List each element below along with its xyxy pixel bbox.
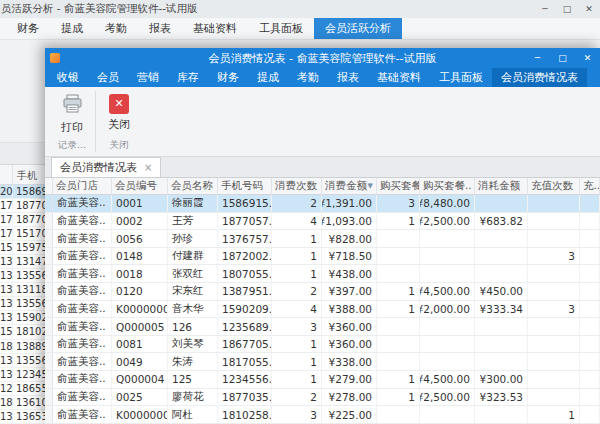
table-cell[interactable]: 1 (528, 406, 580, 423)
table-cell[interactable]: ¥2,500.00 (420, 389, 475, 406)
table-cell[interactable]: 4 (272, 213, 322, 230)
table-cell[interactable]: 0056 (112, 230, 168, 247)
table-cell[interactable] (528, 353, 580, 370)
column-header[interactable]: 消耗金额 (475, 178, 528, 194)
table-cell[interactable]: 俞蓝美容.. (53, 248, 112, 265)
table-cell[interactable] (475, 230, 528, 247)
table-cell[interactable] (377, 353, 420, 370)
table-cell[interactable]: ¥225.00 (322, 406, 377, 423)
table-cell[interactable]: ¥397.00 (322, 283, 377, 300)
table-cell[interactable]: 俞蓝美容.. (53, 283, 112, 300)
table-cell[interactable] (377, 406, 420, 423)
table-cell[interactable] (377, 336, 420, 353)
table-cell[interactable] (528, 265, 580, 282)
table-cell[interactable]: 俞蓝美容.. (53, 353, 112, 370)
bg-ribbon-tab[interactable]: 会员活跃分析 (314, 18, 402, 39)
table-row[interactable]: 俞蓝美容..0002王芳1877057...4¥1,093.001¥2,500.… (45, 213, 600, 231)
table-cell[interactable] (528, 213, 580, 230)
table-cell[interactable]: ¥683.82 (475, 213, 528, 230)
minimize-button[interactable]: ─ (525, 48, 550, 68)
table-cell[interactable]: 1817055... (218, 353, 272, 370)
table-cell[interactable]: Q000005 (112, 318, 168, 335)
table-cell[interactable]: 孙珍 (168, 230, 218, 247)
table-row[interactable]: 俞蓝美容..0120宋东红1387951...2¥397.001¥4,500.0… (45, 283, 600, 301)
column-header[interactable]: 会员名称 (168, 178, 218, 194)
table-row[interactable]: 俞蓝美容..K00000002音木华1590209...4¥388.001¥2,… (45, 301, 600, 319)
table-cell[interactable] (377, 265, 420, 282)
maximize-button[interactable]: □ (556, 0, 578, 18)
table-cell[interactable]: 0081 (112, 336, 168, 353)
table-cell[interactable] (528, 371, 580, 388)
table-cell[interactable]: 1 (377, 389, 420, 406)
bg-phone-column-header[interactable]: 手机 (13, 165, 46, 184)
table-cell[interactable]: 1877057... (218, 213, 272, 230)
ribbon-tab[interactable]: 考勤 (288, 68, 328, 87)
table-cell[interactable]: 俞蓝美容.. (53, 265, 112, 282)
table-row[interactable]: 俞蓝美容..K00000001阿杜1810258...3¥225.001 (45, 406, 600, 424)
table-cell[interactable]: 张双红 (168, 265, 218, 282)
table-cell[interactable]: 俞蓝美容.. (53, 318, 112, 335)
table-cell[interactable]: 1 (272, 248, 322, 265)
table-cell[interactable] (420, 353, 475, 370)
table-cell[interactable]: 1867705... (218, 336, 272, 353)
table-cell[interactable] (580, 318, 600, 335)
close-report-button[interactable]: ✕ 关闭 (101, 91, 137, 135)
table-row[interactable]: 俞蓝美容..0049朱涛1817055...1¥338.00 (45, 353, 600, 371)
bg-ribbon-tab[interactable]: 财务 (6, 18, 50, 39)
table-row[interactable]: 俞蓝美容..0001徐丽霞1586915...2¥1,391.003¥8,480… (45, 195, 600, 213)
ribbon-tab[interactable]: 库存 (168, 68, 208, 87)
table-cell[interactable] (528, 195, 580, 212)
table-cell[interactable]: 1586915... (218, 195, 272, 212)
table-cell[interactable]: ¥828.00 (322, 230, 377, 247)
table-cell[interactable]: ¥450.00 (475, 283, 528, 300)
table-row[interactable]: 俞蓝美容..Q0000051261235689...3¥360.00 (45, 318, 600, 336)
table-cell[interactable]: 3 (272, 318, 322, 335)
table-cell[interactable]: ¥360.00 (322, 336, 377, 353)
table-cell[interactable]: ¥438.00 (322, 265, 377, 282)
bg-grid-row[interactable]: 1718770 (0, 199, 46, 213)
column-header[interactable]: 消费次数 (272, 178, 322, 194)
table-cell[interactable] (580, 406, 600, 423)
column-header[interactable]: 充.. (580, 178, 600, 194)
table-cell[interactable] (475, 318, 528, 335)
table-cell[interactable]: 1872002... (218, 248, 272, 265)
table-cell[interactable]: 126 (168, 318, 218, 335)
table-cell[interactable]: 3 (377, 195, 420, 212)
table-cell[interactable] (475, 248, 528, 265)
bg-grid-row[interactable]: 1715170 (0, 227, 46, 241)
table-cell[interactable] (420, 336, 475, 353)
bg-grid-row[interactable]: 1313556 (0, 354, 46, 368)
table-cell[interactable]: 俞蓝美容.. (53, 371, 112, 388)
table-cell[interactable] (580, 283, 600, 300)
bg-ribbon-tab[interactable]: 提成 (50, 18, 94, 39)
titlebar[interactable]: 会员消费情况表 - 俞蓝美容院管理软件--试用版 ─ □ ✕ (45, 48, 600, 68)
table-cell[interactable]: ¥2,500.00 (420, 213, 475, 230)
bg-grid-row[interactable]: 1313556 (0, 297, 46, 311)
table-cell[interactable] (580, 371, 600, 388)
table-row[interactable]: 俞蓝美容..0025廖荷花1877035...2¥278.001¥2,500.0… (45, 389, 600, 407)
table-cell[interactable]: 俞蓝美容.. (53, 230, 112, 247)
table-cell[interactable]: ¥338.00 (322, 353, 377, 370)
table-cell[interactable] (420, 318, 475, 335)
ribbon-tab[interactable]: 报表 (328, 68, 368, 87)
bg-grid-row[interactable]: 1518102 (0, 325, 46, 339)
table-cell[interactable]: 廖荷花 (168, 389, 218, 406)
close-button[interactable]: ✕ (575, 48, 600, 68)
table-cell[interactable]: 1 (272, 336, 322, 353)
table-cell[interactable]: 1376757... (218, 230, 272, 247)
table-cell[interactable]: ¥4,500.00 (420, 371, 475, 388)
table-cell[interactable] (528, 230, 580, 247)
table-cell[interactable] (580, 265, 600, 282)
bg-count-column-header[interactable] (0, 165, 13, 184)
table-cell[interactable]: 1234556... (218, 371, 272, 388)
close-button[interactable]: ✕ (578, 0, 600, 18)
table-cell[interactable] (377, 230, 420, 247)
bg-grid-row[interactable]: 1315902 (0, 311, 46, 325)
table-cell[interactable] (475, 195, 528, 212)
table-cell[interactable]: ¥388.00 (322, 301, 377, 318)
table-cell[interactable]: 0002 (112, 213, 168, 230)
column-header[interactable]: 购买套餐.. (377, 178, 420, 194)
table-row[interactable]: 俞蓝美容..0056孙珍1376757...1¥828.00 (45, 230, 600, 248)
table-row[interactable]: 俞蓝美容..Q0000041251234556...1¥279.001¥4,50… (45, 371, 600, 389)
table-cell[interactable]: 1 (272, 371, 322, 388)
